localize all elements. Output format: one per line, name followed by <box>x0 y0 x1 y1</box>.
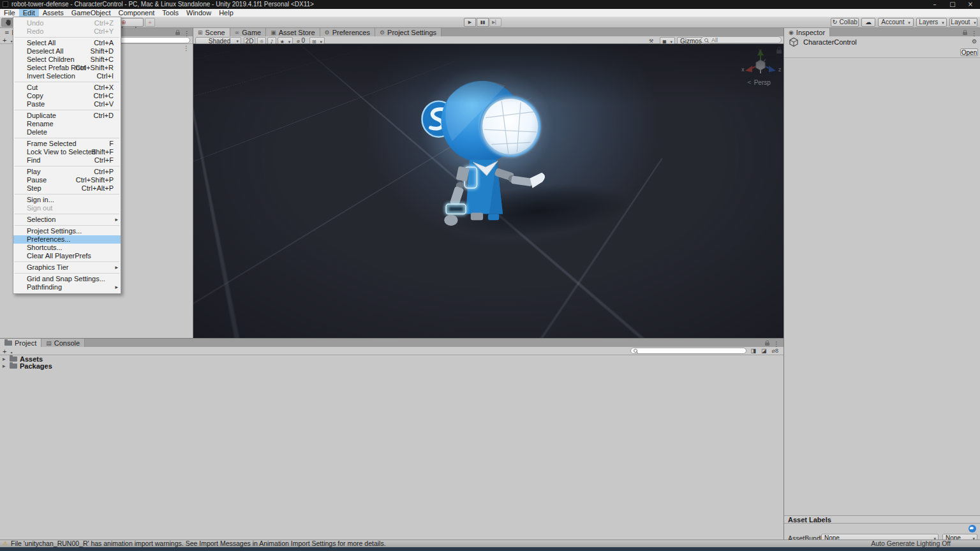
project-tree-row[interactable]: ▶ Assets <box>0 355 255 362</box>
layers-dropdown[interactable]: Layers ▾ <box>916 18 947 27</box>
shading-mode-dropdown[interactable]: Shaded ▾ <box>195 37 241 44</box>
component-tools-button[interactable]: ⚒ <box>649 37 653 44</box>
lock-icon[interactable] <box>175 32 180 35</box>
menu-item[interactable]: Invert Selection Ctrl+I <box>13 72 121 80</box>
menu-bar-item[interactable]: Edit <box>19 9 39 17</box>
menu-bar-item[interactable]: Tools <box>158 9 182 17</box>
menu-item[interactable]: Step Ctrl+Alt+P <box>13 184 121 193</box>
hidden-packages-count[interactable]: ⌀8 <box>772 348 778 354</box>
menu-item[interactable]: Find Ctrl+F <box>13 156 121 165</box>
menu-item[interactable]: Project Settings... <box>13 227 121 235</box>
search-by-label-icon[interactable]: ◪ <box>761 348 767 354</box>
menu-bar-item[interactable]: GameObject <box>68 9 115 17</box>
disclosure-icon[interactable]: ▶ <box>3 356 7 361</box>
layout-dropdown[interactable]: Layout ▾ <box>949 18 977 27</box>
menu-item[interactable]: Grid and Snap Settings... <box>13 275 121 283</box>
2d-toggle-button[interactable]: 2D <box>244 37 255 44</box>
tab-inspector[interactable]: ◉ Inspector <box>784 28 830 36</box>
collab-button[interactable]: ↻ Collab ▾ <box>831 18 859 27</box>
disclosure-icon[interactable]: ▶ <box>3 364 7 368</box>
maximize-button[interactable]: □ <box>944 0 961 8</box>
project-search-input[interactable] <box>641 348 736 354</box>
menu-bar-item[interactable]: Help <box>215 9 237 17</box>
robot-character[interactable] <box>412 70 560 230</box>
menu-item[interactable]: Deselect All Shift+D <box>13 47 121 55</box>
menu-item[interactable]: Clear All PlayerPrefs <box>13 252 121 260</box>
project-tree-row[interactable]: ▶ Packages <box>0 362 255 369</box>
scene-effects-dropdown[interactable]: ★ ▾ <box>278 37 293 44</box>
scene-search-input[interactable] <box>711 37 769 43</box>
menu-item[interactable]: Lock View to Selected Shift+F <box>13 148 121 156</box>
menu-item[interactable]: Copy Ctrl+C <box>13 92 121 100</box>
menu-bar-item[interactable]: File <box>0 9 19 17</box>
menu-item[interactable]: Selection ▸ <box>13 216 121 224</box>
create-button[interactable]: + ▾ <box>3 36 13 44</box>
menu-item[interactable]: Frame Selected F <box>13 140 121 148</box>
orientation-gizmo[interactable]: y x z <box>739 45 783 82</box>
menu-item[interactable]: Pathfinding ▸ <box>13 283 121 291</box>
collab-status-icon[interactable] <box>969 525 976 533</box>
lock-icon[interactable] <box>963 32 967 35</box>
scene-audio-toggle[interactable]: ♪ <box>267 37 276 44</box>
menu-item[interactable]: Pause Ctrl+Shift+P <box>13 176 121 184</box>
minimize-button[interactable]: – <box>926 0 943 8</box>
menu-item[interactable]: Sign in... <box>13 196 121 204</box>
snap-toggle-button[interactable]: ⌖ <box>145 18 155 27</box>
asset-labels-header[interactable]: Asset Labels <box>784 515 980 524</box>
pivot-local-button[interactable]: ⊕ Local <box>119 18 144 27</box>
tab-console[interactable]: ▤ Console <box>41 339 85 347</box>
tab-label: Preferences <box>332 29 370 36</box>
pause-button[interactable]: ▮▮ <box>477 18 489 27</box>
scene-visibility-toggle[interactable]: ⌀ 0 <box>297 37 305 44</box>
scene-area-tab[interactable]: ⚙ Project Settings <box>375 28 442 36</box>
menu-item[interactable]: Shortcuts... <box>13 244 121 252</box>
scene-lighting-toggle[interactable]: ☼ <box>257 37 266 44</box>
step-button[interactable]: ▶▏ <box>489 18 501 27</box>
create-button[interactable]: + ▾ <box>3 348 13 355</box>
menu-item[interactable]: Select Prefab Root Ctrl+Shift+R <box>13 64 121 72</box>
z-axis-cone[interactable] <box>769 66 776 72</box>
menu-item[interactable]: Select All Ctrl+A <box>13 39 121 47</box>
scene-search-box[interactable] <box>701 36 782 43</box>
menu-bar-item[interactable]: Component <box>114 9 158 17</box>
lock-icon[interactable] <box>765 342 769 346</box>
menu-item-label: Play <box>27 168 40 175</box>
close-button[interactable]: × <box>962 0 979 8</box>
menu-item[interactable]: Graphics Tier ▸ <box>13 263 121 272</box>
scene-area-tab[interactable]: ⊞ Scene <box>193 28 230 36</box>
projection-mode-toggle[interactable]: < Persp <box>747 79 771 86</box>
menu-item[interactable]: Paste Ctrl+V <box>13 100 121 108</box>
x-axis-cone[interactable] <box>745 66 752 72</box>
status-message[interactable]: File 'unitychan_RUN00_R' has animation i… <box>11 540 386 547</box>
menu-item-label: Rename <box>27 120 54 128</box>
menu-bar-item[interactable]: Assets <box>39 9 68 17</box>
account-dropdown[interactable]: Account ▾ <box>878 18 914 27</box>
scene-area-tab[interactable]: ▣ Asset Store <box>266 28 320 36</box>
open-button[interactable]: Open <box>960 48 978 56</box>
menu-item[interactable]: Rename <box>13 120 121 128</box>
gizmo-center-cube[interactable] <box>756 60 765 70</box>
hierarchy-kebab-icon[interactable]: ⋮ <box>183 45 189 52</box>
scene-viewport[interactable]: y x z < Persp <box>193 44 783 338</box>
menu-item[interactable]: Select Children Shift+C <box>13 55 121 64</box>
auto-generate-lighting-status[interactable]: Auto Generate Lighting Off <box>871 540 951 547</box>
search-by-type-icon[interactable]: ◨ <box>751 348 757 354</box>
scene-area-tab[interactable]: ⚙ Preferences <box>320 28 375 36</box>
tab-project[interactable]: Project <box>0 339 41 347</box>
cloud-button[interactable]: ☁ <box>861 18 875 27</box>
menu-item[interactable]: Play Ctrl+P <box>13 168 121 176</box>
menu-item[interactable]: Duplicate Ctrl+D <box>13 112 121 120</box>
scene-grid-dropdown[interactable]: ⊞ ▾ <box>309 37 325 44</box>
play-button[interactable]: ▶ <box>464 18 476 27</box>
menu-item-label: Frame Selected <box>27 140 77 147</box>
menu-item[interactable]: Cut Ctrl+X <box>13 84 121 92</box>
menu-item[interactable]: Preferences... <box>13 235 121 244</box>
scene-camera-dropdown[interactable]: ◼ ▾ <box>660 37 675 44</box>
menu-bar-item-label: Component <box>118 9 154 17</box>
menu-item[interactable]: Delete <box>13 128 121 136</box>
project-search-box[interactable] <box>630 348 746 354</box>
scene-area-tab[interactable]: ∞ Game <box>230 28 266 36</box>
status-bar[interactable]: ⚠ File 'unitychan_RUN00_R' has animation… <box>0 540 980 547</box>
menu-bar-item[interactable]: Window <box>182 9 215 17</box>
gear-icon[interactable]: ⚙ <box>972 38 977 45</box>
